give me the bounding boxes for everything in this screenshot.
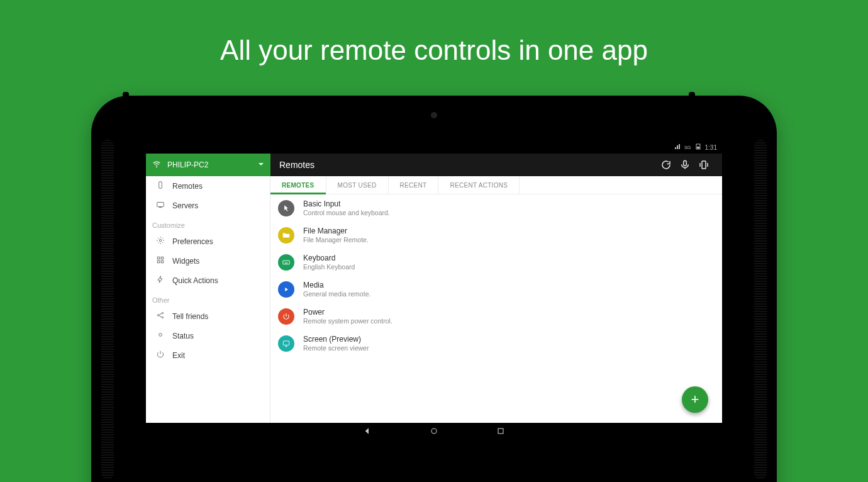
svg-point-7	[159, 239, 162, 242]
grid-icon	[156, 255, 165, 266]
svg-rect-18	[283, 340, 289, 344]
tablet-speaker-right	[754, 140, 767, 479]
keyboard-icon	[278, 254, 294, 271]
main-panel: REMOTES MOST USED RECENT RECENT ACTIONS …	[270, 176, 722, 423]
power-icon	[278, 308, 294, 325]
svg-point-14	[162, 317, 163, 318]
remote-title: Keyboard	[303, 254, 355, 262]
tab-bar: REMOTES MOST USED RECENT RECENT ACTIONS	[270, 176, 722, 194]
tab-recent-actions[interactable]: RECENT ACTIONS	[438, 176, 520, 194]
gear-icon	[156, 236, 165, 247]
back-button[interactable]	[362, 426, 372, 439]
recent-apps-button[interactable]	[496, 426, 506, 439]
svg-rect-20	[498, 429, 503, 434]
sidebar-item-servers[interactable]: Servers	[146, 196, 270, 215]
svg-point-19	[431, 429, 437, 434]
android-nav-bar	[146, 423, 722, 442]
sidebar-item-label: Servers	[172, 201, 198, 210]
hero-headline: All your remote controls in one app	[0, 35, 868, 66]
tab-recent[interactable]: RECENT	[389, 176, 439, 194]
power-icon	[156, 350, 165, 361]
dot-icon	[156, 330, 165, 341]
sidebar-item-quick-actions[interactable]: Quick Actions	[146, 271, 270, 290]
refresh-button[interactable]	[657, 159, 676, 171]
remote-title: Basic Input	[303, 199, 390, 208]
remote-subtitle: General media remote.	[303, 290, 370, 298]
sidebar-item-tell-friends[interactable]: Tell friends	[146, 306, 270, 326]
signal-label: 3G	[684, 142, 691, 154]
remote-title: Power	[303, 308, 392, 317]
add-button[interactable]: +	[682, 386, 708, 413]
server-name: PHILIP-PC2	[167, 160, 208, 169]
tablet-bumps	[123, 92, 129, 97]
wifi-icon	[152, 160, 161, 171]
svg-rect-3	[684, 160, 687, 165]
svg-rect-10	[157, 261, 160, 263]
remote-subtitle: English Keyboard	[303, 263, 355, 271]
remote-title: Screen (Preview)	[303, 335, 369, 344]
sidebar-item-label: Status	[172, 332, 194, 340]
remote-subtitle: Control mouse and keyboard.	[303, 209, 390, 216]
status-time: 1:31	[705, 142, 717, 154]
voice-button[interactable]	[676, 159, 694, 171]
sidebar-item-remotes[interactable]: Remotes	[146, 176, 270, 196]
svg-rect-8	[157, 257, 160, 259]
sidebar-item-label: Preferences	[172, 237, 213, 246]
tab-remotes[interactable]: REMOTES	[270, 176, 326, 194]
sidebar-item-preferences[interactable]: Preferences	[146, 232, 270, 251]
screen-icon	[278, 335, 294, 352]
svg-rect-11	[161, 261, 164, 263]
svg-rect-1	[697, 147, 699, 149]
tablet-camera	[431, 112, 437, 118]
svg-rect-6	[157, 203, 164, 207]
remote-item[interactable]: PowerRemote system power control.	[270, 303, 722, 330]
svg-rect-9	[161, 257, 164, 259]
cursor-icon	[278, 200, 294, 216]
share-icon	[156, 311, 165, 322]
sidebar-item-label: Remotes	[172, 182, 203, 191]
tab-most-used[interactable]: MOST USED	[326, 176, 389, 194]
remote-item[interactable]: KeyboardEnglish Keyboard	[270, 249, 722, 276]
svg-point-13	[162, 312, 163, 313]
svg-marker-17	[285, 288, 288, 291]
remote-subtitle: Remote system power control.	[303, 317, 392, 325]
chevron-down-icon	[258, 160, 264, 169]
sidebar-section-other: Other	[146, 290, 270, 306]
remote-subtitle: Remote screen viewer	[303, 344, 369, 352]
tablet-frame: 3G 1:31 PHILIP-PC2 Remotes	[91, 96, 777, 482]
bolt-icon	[156, 275, 165, 286]
android-status-bar: 3G 1:31	[146, 142, 722, 154]
remote-title: Media	[303, 281, 370, 289]
tablet-speaker-left	[101, 140, 114, 479]
remote-item[interactable]: File ManagerFile Manager Remote.	[270, 221, 722, 249]
page-title: Remotes	[279, 160, 314, 170]
sidebar-item-label: Quick Actions	[172, 276, 218, 285]
vibrate-button[interactable]	[694, 159, 713, 171]
media-icon	[278, 281, 294, 298]
sidebar-item-label: Tell friends	[172, 312, 208, 321]
remote-item[interactable]: Screen (Preview)Remote screen viewer	[270, 330, 722, 357]
remote-item[interactable]: Basic InputControl mouse and keyboard.	[270, 194, 722, 221]
svg-point-15	[159, 333, 162, 337]
svg-rect-5	[159, 182, 162, 189]
tablet-screen: 3G 1:31 PHILIP-PC2 Remotes	[146, 142, 722, 442]
server-icon	[156, 200, 165, 211]
battery-icon	[695, 142, 701, 154]
sidebar-item-label: Widgets	[172, 257, 199, 266]
sidebar-item-exit[interactable]: Exit	[146, 345, 270, 365]
remote-icon	[156, 181, 165, 191]
sidebar-item-label: Exit	[172, 351, 185, 360]
server-selector[interactable]: PHILIP-PC2	[146, 154, 270, 176]
remote-title: File Manager	[303, 227, 369, 235]
sidebar: Remotes Servers Customize Preferences Wi…	[146, 176, 270, 423]
remote-subtitle: File Manager Remote.	[303, 236, 369, 244]
remote-item[interactable]: MediaGeneral media remote.	[270, 276, 722, 303]
svg-point-2	[156, 166, 157, 167]
sidebar-item-status[interactable]: Status	[146, 326, 270, 345]
svg-point-12	[157, 315, 159, 316]
sidebar-item-widgets[interactable]: Widgets	[146, 251, 270, 271]
home-button[interactable]	[429, 426, 439, 439]
signal-icon	[674, 142, 681, 154]
folder-icon	[278, 227, 294, 244]
svg-rect-4	[702, 161, 706, 169]
